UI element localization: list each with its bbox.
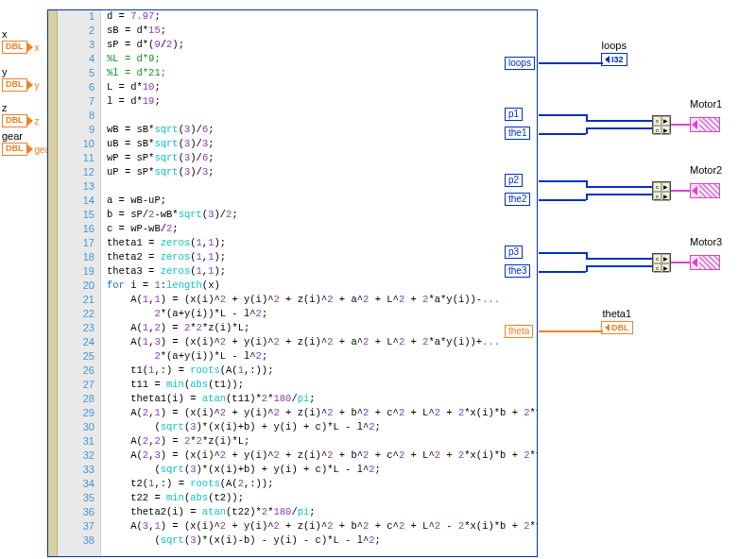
- terminal-tag: z: [35, 116, 40, 127]
- code-area[interactable]: d = 7.97;sB = d*15;sP = d*(9/2);%L = d*9…: [101, 10, 537, 556]
- code-line: b = sP/2-wB*sqrt(3)/2;: [107, 209, 533, 220]
- tunnel-p3[interactable]: p3: [505, 246, 523, 259]
- line-number: 3: [66, 39, 94, 50]
- wire: [539, 271, 586, 273]
- arrow-icon: [692, 258, 697, 267]
- tunnel-p1[interactable]: p1: [505, 108, 523, 121]
- code-line: A(2,3) = (x(i)^2 + y(i)^2 + z(i)^2 + b^2…: [107, 449, 533, 461]
- code-line: %l = d*21;: [107, 67, 533, 78]
- wire: [539, 114, 586, 116]
- code-line: a = wB-uP;: [107, 195, 533, 206]
- motor-indicator-2[interactable]: [690, 183, 720, 198]
- tunnel-theta[interactable]: theta: [505, 325, 533, 338]
- line-number: 24: [66, 336, 94, 347]
- indicator-badge: DBL: [601, 321, 633, 334]
- arrow-icon: [605, 324, 610, 331]
- wire: [586, 258, 652, 260]
- line-number: 15: [66, 209, 94, 220]
- code-line: theta1(i) = atan(t11)*2*180/pi;: [107, 393, 533, 404]
- code-line: 2*(a+y(i))*L - l^2;: [107, 350, 533, 362]
- code-line: theta3 = zeros(1,1);: [107, 265, 533, 277]
- mathscript-node[interactable]: 1234567891011121314151617181920212223242…: [47, 9, 538, 557]
- line-number: 17: [66, 237, 94, 248]
- line-number: 18: [66, 251, 94, 263]
- bundle-cluster-icon[interactable]: c▶c▶: [652, 253, 671, 272]
- dbl-badge: DBL: [2, 143, 27, 156]
- code-line: t11 = min(abs(t1));: [107, 379, 533, 390]
- code-line: for i = 1:length(x): [107, 280, 533, 291]
- tunnel-the2[interactable]: the2: [505, 193, 530, 206]
- code-line: sP = d*(9/2);: [107, 39, 533, 50]
- wire-theta: [539, 330, 603, 332]
- line-number: 33: [66, 464, 94, 475]
- dbl-badge: DBL: [2, 114, 27, 127]
- code-line: uB = sB*sqrt(3)/3;: [107, 138, 533, 149]
- line-number: 23: [66, 322, 94, 333]
- wire: [539, 133, 586, 135]
- code-line: A(1,1) = (x(i)^2 + y(i)^2 + z(i)^2 + a^2…: [107, 294, 533, 305]
- line-number: 1: [66, 10, 94, 22]
- line-number: 21: [66, 294, 94, 305]
- wire-cluster: [671, 124, 690, 126]
- wire: [539, 199, 586, 201]
- input-z[interactable]: zDBLz: [2, 102, 40, 127]
- line-number-gutter: 1234567891011121314151617181920212223242…: [48, 10, 101, 556]
- input-label: gear: [2, 130, 23, 142]
- code-line: A(1,2) = 2*2*z(i)*L;: [107, 322, 533, 333]
- code-line: d = 7.97;: [107, 10, 533, 22]
- bundle-cluster-icon[interactable]: c▶c▶: [652, 181, 671, 200]
- wire: [539, 252, 586, 254]
- input-gear[interactable]: gearDBLgear: [2, 130, 54, 156]
- line-number: 10: [66, 138, 94, 149]
- line-number: 28: [66, 393, 94, 404]
- code-line: theta2 = zeros(1,1);: [107, 251, 533, 263]
- code-line: theta1 = zeros(1,1);: [107, 237, 533, 248]
- line-number: 32: [66, 449, 94, 461]
- line-number: 25: [66, 350, 94, 362]
- motor-indicator-1[interactable]: [690, 117, 720, 132]
- arrow-icon: [692, 120, 697, 129]
- tunnel-the3[interactable]: the3: [505, 264, 530, 278]
- tunnel-the1[interactable]: the1: [505, 127, 530, 140]
- code-line: t22 = min(abs(t2));: [107, 492, 533, 503]
- line-number: 20: [66, 280, 94, 291]
- tunnel-p2[interactable]: p2: [505, 174, 523, 187]
- code-line: uP = sP*sqrt(3)/3;: [107, 166, 533, 178]
- code-line: wP = sP*sqrt(3)/6;: [107, 152, 533, 163]
- indicator-theta1[interactable]: theta1DBL: [601, 308, 633, 334]
- line-number: 8: [66, 110, 94, 121]
- code-line: t2(1,:) = roots(A(2,:));: [107, 478, 533, 489]
- code-line: A(2,1) = (x(i)^2 + y(i)^2 + z(i)^2 + b^2…: [107, 407, 533, 418]
- wire: [586, 186, 652, 188]
- line-number: 2: [66, 25, 94, 36]
- code-line: A(3,1) = (x(i)^2 + y(i)^2 + z(i)^2 + b^2…: [107, 520, 533, 532]
- indicator-loops[interactable]: loopsI32: [601, 40, 627, 66]
- line-number: 30: [66, 421, 94, 432]
- input-x[interactable]: xDBLx: [2, 28, 40, 54]
- terminal-arrow-icon: [27, 42, 33, 52]
- terminal-tag: y: [35, 80, 40, 91]
- code-line: 2*(a+y(i))*L - l^2;: [107, 308, 533, 319]
- input-label: z: [2, 102, 8, 113]
- code-line: A(2,2) = 2*2*z(i)*L;: [107, 435, 533, 447]
- code-line: %L = d*9;: [107, 53, 533, 64]
- line-number: 6: [66, 81, 94, 93]
- line-number: 22: [66, 308, 94, 319]
- motor-label: Motor3: [690, 236, 722, 247]
- arrow-icon: [692, 186, 697, 195]
- line-number: 4: [66, 53, 94, 64]
- motor-indicator-3[interactable]: [690, 255, 720, 270]
- wire: [586, 120, 652, 122]
- wire: [586, 265, 652, 267]
- line-number: 27: [66, 379, 94, 390]
- code-line: theta2(i) = atan(t22)*2*180/pi;: [107, 506, 533, 517]
- code-line: sB = d*15;: [107, 25, 533, 36]
- wire-cluster: [671, 190, 690, 192]
- terminal-arrow-icon: [27, 144, 33, 154]
- indicator-label: loops: [602, 40, 627, 51]
- tunnel-loops[interactable]: loops: [505, 57, 535, 70]
- bundle-cluster-icon[interactable]: c▶c▶: [652, 115, 671, 134]
- code-line: t1(1,:) = roots(A(1,:));: [107, 364, 533, 376]
- line-number: 9: [66, 124, 94, 135]
- input-y[interactable]: yDBLy: [2, 66, 40, 92]
